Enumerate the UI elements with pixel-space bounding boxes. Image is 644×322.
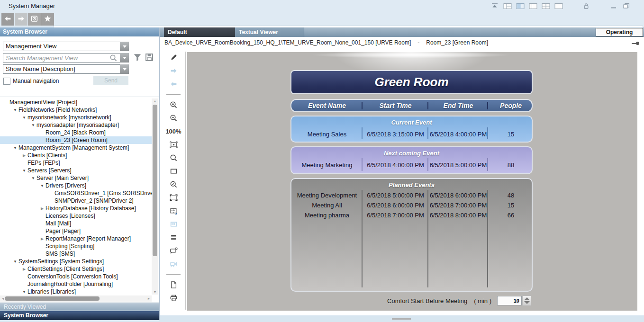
tree-item[interactable]: Room_23 [Green Room] (0, 136, 152, 144)
magnifier-icon[interactable] (170, 154, 178, 162)
tree-item[interactable]: Room_24 [Black Room] (0, 129, 152, 136)
expander-closed-icon[interactable]: ▶ (39, 237, 45, 241)
layout-quad-icon[interactable] (542, 2, 550, 10)
layout-sidebar-icon[interactable] (529, 2, 537, 10)
expander-closed-icon[interactable]: ▶ (21, 267, 27, 271)
pin-icon[interactable] (632, 42, 639, 45)
chevron-down-icon[interactable] (120, 53, 129, 63)
tree-item[interactable]: ▶Clients [Clients] (0, 152, 152, 159)
scrollbar-thumb[interactable] (392, 318, 411, 320)
spin-down-icon[interactable] (524, 301, 530, 304)
expander-open-icon[interactable]: ▼ (12, 146, 18, 150)
expander-open-icon[interactable]: ▼ (21, 169, 27, 173)
save-icon[interactable] (145, 53, 154, 62)
tree-item[interactable]: JournalingRootFolder [Journaling] (0, 280, 152, 288)
tree-item[interactable]: ▶ClientSettings [Client Settings] (0, 265, 152, 273)
chevron-down-icon[interactable] (120, 42, 129, 51)
camera-icon[interactable] (170, 260, 178, 268)
page-setup-icon[interactable] (170, 281, 178, 289)
recent-button[interactable] (28, 13, 41, 26)
scrollbar-thumb[interactable] (5, 296, 100, 301)
tree-item[interactable]: ▼Drivers [Drivers] (0, 182, 152, 189)
tree-item[interactable]: ▼mysorisnetwork [mysorisnetwork] (0, 114, 152, 121)
tree-item[interactable]: ▼SystemSettings [System Settings] (0, 258, 152, 265)
scroll-up-icon[interactable]: ▲ (152, 98, 158, 104)
tree-item[interactable]: ▼Server [Main Server] (0, 174, 152, 182)
split-view-icon[interactable] (170, 207, 178, 215)
lock-icon[interactable] (582, 2, 590, 10)
tree-item[interactable]: ▼ManagementSystem [Management System] (0, 144, 152, 152)
comment-icon[interactable] (170, 247, 178, 255)
expander-open-icon[interactable]: ▼ (30, 176, 36, 180)
search-input[interactable] (3, 54, 112, 62)
scroll-down-icon[interactable]: ▼ (152, 289, 158, 295)
tree-item[interactable]: Mail [Mail] (0, 220, 152, 227)
tree-item[interactable]: FEPs [FEPs] (0, 159, 152, 167)
expander-open-icon[interactable]: ▼ (39, 184, 45, 188)
filter-icon[interactable] (133, 53, 142, 62)
select-area-icon[interactable] (170, 194, 178, 202)
tree-item[interactable]: SMS [SMS] (0, 250, 152, 258)
scroll-right-icon[interactable]: ► (146, 295, 152, 302)
zoom-prev-icon[interactable] (170, 180, 178, 188)
tree-item[interactable]: SNMPDriver_2 [SNMPDriver 2] (0, 197, 152, 205)
comfort-spinner[interactable] (522, 295, 531, 306)
zoom-in-icon[interactable] (170, 101, 178, 109)
favorites-button[interactable] (41, 13, 54, 26)
tab-default[interactable]: Default (164, 27, 235, 37)
expander-open-icon[interactable]: ▼ (12, 259, 18, 264)
snapshot-icon[interactable] (170, 220, 178, 228)
zoom-fit-icon[interactable] (170, 141, 178, 149)
tree-item[interactable]: ManagementView [Project] (0, 98, 152, 106)
display-mode-dropdown[interactable]: Show Name [Description] (3, 64, 129, 74)
tree-vertical-scrollbar[interactable]: ▲ ▼ (152, 98, 158, 295)
tree-item[interactable]: ▼Libraries [Libraries] (0, 288, 152, 295)
layout-single-icon[interactable] (554, 2, 563, 10)
comfort-value-input[interactable] (497, 296, 522, 305)
search-field[interactable] (3, 53, 129, 63)
back-arrow-icon[interactable] (170, 80, 178, 88)
system-browser-bar[interactable]: System Browser (0, 311, 159, 320)
expander-open-icon[interactable]: ▼ (21, 116, 27, 120)
operating-mode-button[interactable]: Operating (596, 28, 643, 36)
tree-item[interactable]: ▼Servers [Servers] (0, 167, 152, 174)
collapse-pane-icon[interactable] (490, 2, 499, 10)
tree-item[interactable]: Scripting [Scripting] (0, 242, 152, 250)
print-icon[interactable] (170, 294, 178, 302)
expander-open-icon[interactable]: ▼ (12, 108, 18, 112)
minimize-icon[interactable] (609, 2, 618, 10)
spin-up-icon[interactable] (524, 297, 530, 300)
recently-viewed-bar[interactable]: Recently Viewed (0, 303, 159, 311)
tree-item[interactable]: ▼FieldNetworks [Field Networks] (0, 106, 152, 114)
tab-textual-viewer[interactable]: Textual Viewer (235, 27, 304, 37)
forward-arrow-icon[interactable] (170, 67, 178, 75)
scrollbar-thumb[interactable] (153, 105, 157, 256)
expander-closed-icon[interactable]: ▶ (21, 153, 27, 158)
zoom-rect-icon[interactable] (170, 167, 178, 175)
expander-open-icon[interactable]: ▼ (30, 123, 36, 127)
expander-open-icon[interactable]: ▼ (21, 290, 27, 294)
expander-closed-icon[interactable]: ▶ (39, 206, 45, 211)
viewer-horizontal-scrollbar[interactable] (160, 315, 644, 322)
layers-icon[interactable] (170, 233, 178, 242)
tree-item[interactable]: ▶HistoryDatabase [History Database] (0, 205, 152, 212)
send-button[interactable]: Send (93, 76, 128, 85)
tree-item[interactable]: ▶ReportManager [Report Manager] (0, 235, 152, 242)
layout-grid-icon[interactable] (503, 2, 512, 10)
pen-icon[interactable] (170, 54, 178, 62)
restore-icon[interactable] (622, 2, 631, 10)
tree-horizontal-scrollbar[interactable]: ◄ ► (0, 295, 152, 302)
view-selector-dropdown[interactable]: Management View (3, 42, 129, 51)
zoom-out-icon[interactable] (170, 114, 178, 122)
forward-button[interactable] (15, 13, 27, 26)
layout-left-pane-icon[interactable] (516, 2, 525, 10)
chevron-down-icon[interactable] (120, 64, 129, 74)
tree-item[interactable]: Licenses [Licenses] (0, 212, 152, 220)
tree-item[interactable]: ▼mysorisadapter [mysorisadapter] (0, 121, 152, 129)
section-title: Next coming Event (291, 147, 532, 157)
tree-item[interactable]: Pager [Pager] (0, 227, 152, 235)
back-button[interactable] (1, 13, 14, 26)
tree-item[interactable]: GmsSORISDriver_1 [Gms SORISDriver 1] (0, 189, 152, 197)
tree-item[interactable]: ConversionTools [Conversion Tools] (0, 273, 152, 280)
manual-navigation-checkbox[interactable] (3, 78, 10, 85)
